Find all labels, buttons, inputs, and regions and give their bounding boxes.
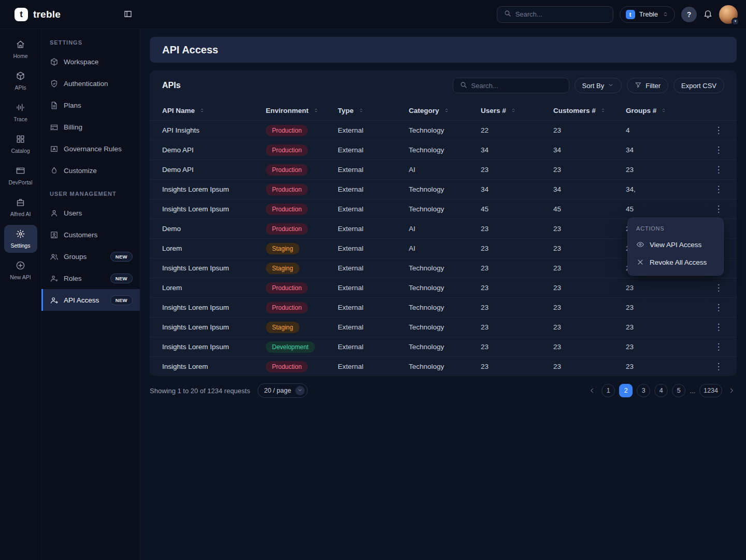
sidebar-item-billing[interactable]: Billing bbox=[41, 116, 140, 138]
pagination-next[interactable] bbox=[726, 384, 737, 397]
pagination-prev[interactable] bbox=[587, 384, 597, 397]
row-actions-button[interactable]: ⋮ bbox=[713, 185, 724, 194]
environment-badge: Production bbox=[266, 302, 308, 313]
environment-cell: Production bbox=[266, 184, 338, 195]
environment-cell: Production bbox=[266, 361, 338, 372]
environment-badge: Production bbox=[266, 145, 308, 156]
users-count-cell: 22 bbox=[481, 126, 553, 134]
table-header: API NameEnvironmentTypeCategoryUsers #Cu… bbox=[150, 100, 737, 120]
card-title: APIs bbox=[162, 81, 181, 90]
notifications-button[interactable] bbox=[703, 9, 713, 20]
brand[interactable]: t treble bbox=[15, 8, 61, 21]
api-name-cell: Insights Lorem Ipsum bbox=[162, 343, 266, 351]
user-avatar[interactable]: ▾ bbox=[719, 5, 738, 24]
row-actions-button[interactable]: ⋮ bbox=[713, 126, 724, 135]
table-row: Insights Lorem IpsumProductionExternalTe… bbox=[150, 179, 737, 199]
row-actions-button[interactable]: ⋮ bbox=[713, 165, 724, 174]
environment-badge: Staging bbox=[266, 243, 299, 254]
rail-item-new-api[interactable]: New API bbox=[4, 256, 37, 284]
category-cell: Technology bbox=[409, 126, 481, 134]
sidebar-item-governance-rules[interactable]: Governance Rules bbox=[41, 138, 140, 160]
column-header-environment[interactable]: Environment bbox=[266, 107, 338, 114]
rail-item-catalog[interactable]: Catalog bbox=[4, 130, 37, 158]
rail-item-alfred-ai[interactable]: Alfred AI bbox=[4, 193, 37, 221]
authentication-icon bbox=[50, 79, 59, 88]
global-search-input[interactable] bbox=[515, 10, 598, 18]
help-button[interactable]: ? bbox=[681, 7, 697, 22]
table-controls: Sort By Filter Export CSV bbox=[453, 78, 724, 93]
pagination: 12345...1234 bbox=[587, 384, 737, 397]
column-header-groups-[interactable]: Groups # bbox=[626, 107, 713, 114]
column-header-type[interactable]: Type bbox=[338, 107, 409, 114]
bell-icon bbox=[703, 9, 713, 20]
apis-card: APIs Sort By Filter Export bbox=[150, 70, 737, 376]
sidebar-section-title: SETTINGS bbox=[41, 30, 140, 51]
rail-item-home[interactable]: Home bbox=[4, 35, 37, 63]
column-header-users-[interactable]: Users # bbox=[481, 107, 553, 114]
pagination-page-3[interactable]: 3 bbox=[637, 384, 650, 397]
x-icon bbox=[636, 258, 644, 266]
sort-icon bbox=[443, 107, 450, 113]
rail-item-label: Trace bbox=[13, 116, 27, 122]
customers-count-cell: 23 bbox=[553, 304, 626, 311]
pagination-page-4[interactable]: 4 bbox=[654, 384, 668, 397]
row-actions-button[interactable]: ⋮ bbox=[713, 146, 724, 154]
table-search[interactable] bbox=[453, 78, 569, 93]
rail-item-devportal[interactable]: DevPortal bbox=[4, 162, 37, 190]
pagination-page-5[interactable]: 5 bbox=[672, 384, 685, 397]
sidebar-item-customize[interactable]: Customize bbox=[41, 160, 140, 181]
search-icon bbox=[504, 9, 511, 19]
rail-item-settings[interactable]: Settings bbox=[4, 225, 37, 253]
pagination-page-2[interactable]: 2 bbox=[619, 384, 633, 397]
column-header-customers-[interactable]: Customers # bbox=[553, 107, 626, 114]
sort-by-button[interactable]: Sort By bbox=[575, 78, 622, 93]
pagination-page-1[interactable]: 1 bbox=[601, 384, 615, 397]
sidebar-item-roles[interactable]: RolesNEW bbox=[41, 267, 140, 289]
users-count-cell: 34 bbox=[481, 146, 553, 154]
sidebar-item-users[interactable]: Users bbox=[41, 202, 140, 224]
column-header-api-name[interactable]: API Name bbox=[162, 107, 266, 114]
new-badge: NEW bbox=[110, 295, 133, 305]
column-label: Type bbox=[338, 107, 354, 114]
sidebar-item-label: Workspace bbox=[64, 58, 98, 66]
chevron-down-icon bbox=[608, 82, 614, 90]
sidebar-item-plans[interactable]: Plans bbox=[41, 94, 140, 116]
rail-item-trace[interactable]: Trace bbox=[4, 98, 37, 126]
row-actions-button[interactable]: ⋮ bbox=[713, 303, 724, 312]
actions-menu-item-revoke-all-access[interactable]: Revoke All Access bbox=[628, 253, 723, 271]
page-size-select[interactable]: 20 / page bbox=[257, 383, 308, 398]
environment-badge: Production bbox=[266, 223, 308, 235]
global-search[interactable] bbox=[497, 6, 613, 23]
settings-icon bbox=[16, 229, 25, 240]
sidebar-item-customers[interactable]: Customers bbox=[41, 224, 140, 246]
alfred-ai-icon bbox=[16, 197, 25, 208]
row-actions-button[interactable]: ⋮ bbox=[713, 283, 724, 292]
row-actions-button[interactable]: ⋮ bbox=[713, 205, 724, 213]
sidebar-item-workspace[interactable]: Workspace bbox=[41, 51, 140, 73]
type-cell: External bbox=[338, 245, 409, 252]
rail-item-apis[interactable]: APIs bbox=[4, 67, 37, 95]
sidebar-toggle-button[interactable] bbox=[123, 9, 133, 20]
row-actions-button[interactable]: ⋮ bbox=[713, 323, 724, 332]
sidebar-item-api-access[interactable]: API AccessNEW bbox=[41, 289, 140, 311]
sort-icon bbox=[358, 107, 364, 113]
sidebar-item-label: Users bbox=[64, 209, 82, 217]
plans-icon bbox=[50, 101, 59, 110]
table-row: Insights Lorem IpsumStagingExternalTechn… bbox=[150, 317, 737, 337]
row-actions-button[interactable]: ⋮ bbox=[713, 342, 724, 351]
type-cell: External bbox=[338, 323, 409, 331]
type-cell: External bbox=[338, 205, 409, 213]
org-switcher[interactable]: t Treble bbox=[620, 6, 675, 23]
groups-count-cell: 23 bbox=[626, 304, 713, 311]
actions-menu-item-view-api-access[interactable]: View API Access bbox=[628, 236, 723, 253]
column-header-category[interactable]: Category bbox=[409, 107, 481, 114]
export-csv-button[interactable]: Export CSV bbox=[673, 78, 724, 93]
sidebar-item-groups[interactable]: GroupsNEW bbox=[41, 246, 140, 267]
filter-button[interactable]: Filter bbox=[627, 78, 668, 93]
pagination-page-1234[interactable]: 1234 bbox=[699, 384, 722, 397]
row-actions-button[interactable]: ⋮ bbox=[713, 362, 724, 371]
environment-cell: Staging bbox=[266, 243, 338, 254]
category-cell: Technology bbox=[409, 343, 481, 351]
sidebar-item-authentication[interactable]: Authentication bbox=[41, 73, 140, 94]
table-search-input[interactable] bbox=[471, 82, 554, 90]
